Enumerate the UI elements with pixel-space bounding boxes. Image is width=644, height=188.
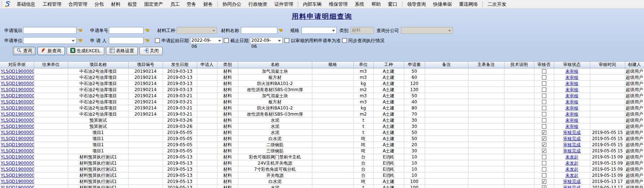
menu-item[interactable]: 内部车辆: [299, 0, 325, 8]
status-link[interactable]: 未审核: [565, 75, 578, 80]
column-header[interactable]: 备注: [425, 62, 468, 68]
doc-link[interactable]: YLSQD190000007: [1, 99, 34, 104]
column-header[interactable]: 类别: [217, 62, 238, 68]
status-link[interactable]: 未审核: [565, 118, 578, 123]
status-link[interactable]: 未发起: [565, 173, 578, 178]
audit-checkbox[interactable]: [542, 69, 546, 73]
column-header[interactable]: 工种: [373, 62, 404, 68]
doc-link[interactable]: YLSQD190000010: [1, 130, 34, 135]
applicant-lookup-icon[interactable]: ☚: [145, 37, 151, 44]
status-link[interactable]: 审核完成: [563, 130, 581, 135]
apply-no-lookup-icon[interactable]: ☚: [145, 27, 151, 33]
column-header[interactable]: 项目名称: [68, 62, 128, 68]
audit-checkbox[interactable]: [542, 88, 546, 92]
audited-only-checkbox[interactable]: [284, 38, 289, 43]
audit-checkbox[interactable]: [542, 112, 546, 116]
audit-checkbox[interactable]: [542, 173, 546, 178]
column-header[interactable]: 创建人: [625, 62, 644, 68]
audit-checkbox[interactable]: ✓: [542, 185, 546, 188]
column-header[interactable]: 申请量: [404, 62, 425, 68]
audit-checkbox[interactable]: [542, 106, 546, 110]
apply-project-lookup-icon[interactable]: ☚: [78, 27, 84, 33]
doc-link[interactable]: YLSQD190000008: [1, 118, 34, 123]
column-header[interactable]: 往来单位: [34, 62, 68, 68]
apply-unit-select[interactable]: [23, 37, 76, 44]
doc-link[interactable]: YLSQD190000007: [1, 93, 34, 98]
material-name-lookup-icon[interactable]: ☚: [278, 27, 284, 33]
menu-item[interactable]: 快捷单据: [429, 0, 455, 8]
column-header[interactable]: 审核状态: [554, 62, 590, 68]
status-link[interactable]: 审核完成: [563, 179, 581, 184]
column-header[interactable]: 审核时间: [590, 62, 625, 68]
query-button[interactable]: 查询: [13, 47, 36, 55]
status-link[interactable]: 未发起: [565, 161, 578, 166]
doc-link[interactable]: YLSQD190000014: [1, 167, 34, 172]
spec-select[interactable]: [301, 27, 337, 34]
start-date-picker[interactable]: 2022-09-06: [190, 37, 223, 44]
material-name-input[interactable]: [241, 27, 277, 34]
start-date-checkbox[interactable]: [155, 38, 160, 43]
menu-item[interactable]: 维保管理: [325, 0, 351, 8]
status-link[interactable]: 审核完成: [563, 136, 581, 141]
menu-item[interactable]: 帮助: [368, 0, 384, 8]
column-header[interactable]: 对应单据: [0, 62, 34, 68]
menu-item[interactable]: 材料: [107, 0, 124, 8]
status-link[interactable]: 未审核: [565, 124, 578, 129]
apply-project-input[interactable]: [23, 27, 76, 34]
status-link[interactable]: 审核完成: [563, 148, 581, 153]
column-header[interactable]: 单位: [353, 62, 373, 68]
status-link[interactable]: 未审核: [565, 99, 578, 104]
audit-checkbox[interactable]: [542, 75, 546, 80]
menu-item[interactable]: 合同管理: [65, 0, 91, 8]
doc-link[interactable]: YLSQD190000006: [1, 81, 34, 86]
menu-item[interactable]: 领导查询: [403, 0, 429, 8]
status-link[interactable]: 未审核: [565, 106, 578, 111]
doc-link[interactable]: YLSQD190000009: [1, 124, 34, 129]
audit-checkbox[interactable]: [542, 81, 546, 86]
doc-link[interactable]: YLSQD190000010: [1, 142, 34, 147]
audit-checkbox[interactable]: [542, 118, 546, 122]
audit-checkbox[interactable]: [542, 94, 546, 98]
menu-item[interactable]: 基础信息: [13, 0, 39, 8]
menu-item[interactable]: 二次开发: [484, 0, 510, 8]
doc-link[interactable]: YLSQD190000014: [1, 155, 34, 160]
menu-item[interactable]: 固定资产: [141, 0, 167, 8]
audit-checkbox[interactable]: ✓: [542, 130, 546, 135]
column-header[interactable]: 技术说明: [504, 62, 534, 68]
doc-link[interactable]: YLSQD190000010: [1, 136, 34, 141]
column-header[interactable]: 名称: [238, 62, 312, 68]
menu-item[interactable]: 窗口: [384, 0, 401, 8]
status-link[interactable]: 未审核: [565, 93, 578, 98]
sync-exec-checkbox[interactable]: [342, 38, 347, 43]
status-link[interactable]: 未发起: [565, 167, 578, 172]
doc-link[interactable]: YLSQD190000006: [1, 69, 34, 74]
menu-item[interactable]: 重连网络: [455, 0, 481, 8]
audit-checkbox[interactable]: ✓: [542, 179, 546, 184]
audit-checkbox[interactable]: ✓: [542, 149, 546, 153]
menu-item[interactable]: 工程管理: [39, 0, 65, 8]
audit-checkbox[interactable]: [542, 161, 546, 165]
doc-link[interactable]: YLSQD190000014: [1, 161, 34, 166]
end-date-checkbox[interactable]: [224, 38, 229, 43]
apply-unit-lookup-icon[interactable]: ☚: [78, 37, 84, 44]
menu-item[interactable]: 劳务: [183, 0, 200, 8]
column-header[interactable]: 主表备注: [468, 62, 504, 68]
menu-item[interactable]: 租赁: [124, 0, 141, 8]
apply-no-input[interactable]: [109, 27, 144, 34]
status-link[interactable]: 审核完成: [563, 185, 581, 188]
menu-item[interactable]: 财务: [200, 0, 216, 8]
status-link[interactable]: 未审核: [565, 81, 578, 86]
column-header[interactable]: 发生日期: [163, 62, 197, 68]
status-link[interactable]: 未审核: [565, 69, 578, 74]
status-link[interactable]: 审核完成: [563, 142, 581, 147]
excel-button[interactable]: X 生成EXCEL: [67, 47, 104, 55]
menu-item[interactable]: 行政物资: [245, 0, 271, 8]
doc-link[interactable]: YLSQD190000006: [1, 87, 34, 92]
doc-link[interactable]: YLSQD190000015: [1, 179, 34, 184]
audit-checkbox[interactable]: [542, 124, 546, 129]
close-button[interactable]: 关闭: [140, 47, 163, 55]
status-link[interactable]: 未审核: [565, 112, 578, 117]
applicant-input[interactable]: [109, 37, 144, 44]
doc-link[interactable]: YLSQD190000010: [1, 148, 34, 153]
audit-checkbox[interactable]: [542, 100, 546, 104]
